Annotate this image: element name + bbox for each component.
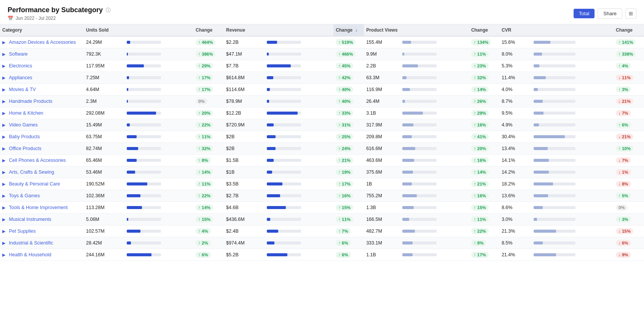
expand-button[interactable]: ▶ bbox=[2, 134, 5, 139]
info-icon[interactable]: ⓘ bbox=[106, 7, 111, 14]
bar-bg bbox=[127, 230, 161, 233]
expand-button[interactable]: ▶ bbox=[2, 99, 5, 104]
cvr-bar-cell bbox=[531, 131, 614, 143]
table-row: ▶ Baby Products 63.75M ↑ 11% $2B ↑ 25% 2… bbox=[0, 131, 644, 143]
category-cell: ▶ Home & Kitchen bbox=[0, 107, 84, 119]
product-views-bar-cell bbox=[400, 190, 469, 202]
sort-icon: ↓ bbox=[355, 27, 357, 33]
table-row: ▶ Toys & Games 102.36M ↑ 22% $2.7B ↑ 16%… bbox=[0, 190, 644, 202]
bar-bg bbox=[127, 253, 161, 256]
category-cell: ▶ Baby Products bbox=[0, 131, 84, 143]
change-badge: ↑ 33% bbox=[336, 110, 353, 116]
change-badge: ↑ 17% bbox=[336, 181, 353, 187]
expand-button[interactable]: ▶ bbox=[2, 146, 5, 151]
revenue-value: $5.2B bbox=[224, 249, 265, 261]
col-header-change-revenue[interactable]: Change ↓ bbox=[333, 24, 364, 36]
bar-fill bbox=[267, 112, 298, 115]
bar-bg bbox=[127, 64, 161, 67]
category-link[interactable]: Movies & TV bbox=[9, 87, 36, 92]
expand-button[interactable]: ▶ bbox=[2, 229, 5, 234]
table-row: ▶ Cell Phones & Accessories 65.46M ↑ 8% … bbox=[0, 155, 644, 166]
category-link[interactable]: Cell Phones & Accessories bbox=[9, 158, 65, 163]
cvr-bar-cell bbox=[531, 202, 614, 214]
change-units-cell: ↑ 20% bbox=[193, 107, 224, 119]
expand-button[interactable]: ▶ bbox=[2, 158, 5, 163]
category-link[interactable]: Electronics bbox=[9, 63, 32, 69]
change-revenue-cell: ↑ 519% bbox=[333, 36, 364, 48]
expand-button[interactable]: ▶ bbox=[2, 217, 5, 222]
change-revenue-cell: ↑ 42% bbox=[333, 72, 364, 84]
bar-bg bbox=[127, 123, 161, 126]
total-button[interactable]: Total bbox=[574, 9, 595, 18]
bar-fill bbox=[534, 53, 542, 56]
change-badge: ↑ 45% bbox=[336, 63, 353, 69]
category-link[interactable]: Pet Supplies bbox=[9, 229, 35, 234]
expand-button[interactable]: ▶ bbox=[2, 111, 5, 116]
category-link[interactable]: Handmade Products bbox=[9, 99, 52, 104]
product-views-bar-cell bbox=[400, 237, 469, 249]
category-link[interactable]: Tools & Home Improvement bbox=[9, 205, 67, 210]
share-button[interactable]: Share bbox=[598, 8, 622, 19]
expand-button[interactable]: ▶ bbox=[2, 182, 5, 187]
expand-button[interactable]: ▶ bbox=[2, 52, 5, 57]
change-views-cell: ↑ 14% bbox=[469, 84, 499, 96]
export-button[interactable]: ⊞ bbox=[625, 8, 636, 19]
expand-button[interactable]: ▶ bbox=[2, 252, 5, 257]
category-link[interactable]: Appliances bbox=[9, 75, 32, 80]
bar-fill bbox=[534, 241, 543, 244]
category-link[interactable]: Musical Instruments bbox=[9, 217, 51, 222]
expand-button[interactable]: ▶ bbox=[2, 87, 5, 92]
category-link[interactable]: Video Games bbox=[9, 122, 38, 128]
category-link[interactable]: Baby Products bbox=[9, 134, 40, 139]
bar-fill bbox=[127, 230, 140, 233]
category-link[interactable]: Health & Household bbox=[9, 252, 51, 257]
cvr-value: 13.6% bbox=[499, 190, 531, 202]
expand-button[interactable]: ▶ bbox=[2, 170, 5, 175]
bar-bg bbox=[402, 147, 437, 150]
category-link[interactable]: Home & Kitchen bbox=[9, 110, 43, 116]
revenue-bar-cell bbox=[265, 72, 333, 84]
change-revenue-cell: ↑ 33% bbox=[333, 107, 364, 119]
bar-fill bbox=[127, 64, 144, 67]
bar-fill bbox=[402, 206, 414, 209]
category-cell: ▶ Software bbox=[0, 48, 84, 60]
cvr-bar-cell bbox=[531, 36, 614, 48]
change-views-cell: ↑ 16% bbox=[469, 190, 499, 202]
bar-fill bbox=[402, 53, 404, 56]
change-revenue-cell: ↑ 11% bbox=[333, 214, 364, 225]
bar-bg bbox=[127, 159, 161, 162]
change-badge: ↑ 14% bbox=[196, 169, 213, 175]
product-views-value: 317.9M bbox=[364, 119, 400, 131]
category-link[interactable]: Software bbox=[9, 51, 27, 57]
category-link[interactable]: Industrial & Scientific bbox=[9, 240, 53, 246]
units-sold-bar-cell bbox=[124, 237, 193, 249]
expand-button[interactable]: ▶ bbox=[2, 193, 5, 198]
change-cvr-cell: ↓ 7% bbox=[614, 155, 644, 166]
bar-fill bbox=[534, 41, 550, 44]
expand-button[interactable]: ▶ bbox=[2, 40, 5, 45]
cvr-value: 9.5% bbox=[499, 107, 531, 119]
bar-fill bbox=[267, 194, 280, 197]
change-units-cell: ↑ 464% bbox=[193, 36, 224, 48]
product-views-bar-cell bbox=[400, 131, 469, 143]
change-badge: ↑ 16% bbox=[471, 157, 489, 163]
expand-button[interactable]: ▶ bbox=[2, 241, 5, 246]
category-link[interactable]: Amazon Devices & Accessories bbox=[9, 40, 76, 45]
bar-bg bbox=[267, 218, 301, 221]
change-badge: ↑ 29% bbox=[471, 110, 489, 116]
change-badge: ↑ 519% bbox=[336, 39, 355, 45]
expand-button[interactable]: ▶ bbox=[2, 205, 5, 210]
category-cell: ▶ Industrial & Scientific bbox=[0, 237, 84, 249]
category-link[interactable]: Beauty & Personal Care bbox=[9, 181, 60, 187]
category-link[interactable]: Office Products bbox=[9, 146, 41, 151]
title-row: Performance by Subcategory ⓘ bbox=[8, 6, 111, 14]
expand-button[interactable]: ▶ bbox=[2, 75, 5, 80]
expand-button[interactable]: ▶ bbox=[2, 123, 5, 128]
category-link[interactable]: Toys & Games bbox=[9, 193, 40, 198]
category-link[interactable]: Arts, Crafts & Sewing bbox=[9, 169, 54, 175]
change-views-cell: ↑ 16% bbox=[469, 155, 499, 166]
revenue-value: $7.7B bbox=[224, 60, 265, 72]
revenue-value: $3.5B bbox=[224, 178, 265, 190]
expand-button[interactable]: ▶ bbox=[2, 64, 5, 69]
bar-bg bbox=[267, 206, 301, 209]
